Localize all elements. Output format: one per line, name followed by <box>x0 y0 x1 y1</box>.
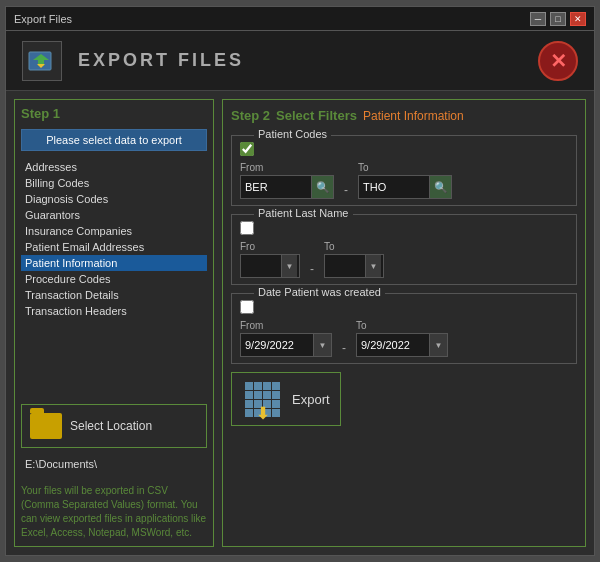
patient-codes-to-input[interactable] <box>359 178 429 196</box>
patient-codes-to-col: To 🔍 <box>358 162 452 199</box>
grid-cell <box>245 400 253 408</box>
grid-cell <box>245 391 253 399</box>
select-location-label: Select Location <box>70 419 152 433</box>
list-item-procedure-codes[interactable]: Procedure Codes <box>21 271 207 287</box>
date-patient-created-filter: Date Patient was created From ▼ - To <box>231 293 577 364</box>
main-content: Step 1 Please select data to export Addr… <box>6 91 594 555</box>
step2-subtitle: Patient Information <box>363 109 464 123</box>
header-close-button[interactable]: ✕ <box>538 41 578 81</box>
title-bar: Export Files ─ □ ✕ <box>6 7 594 31</box>
filter-separator-2: - <box>310 262 314 278</box>
patient-codes-from-search-button[interactable]: 🔍 <box>311 176 333 198</box>
header-icon <box>22 41 62 81</box>
patient-codes-to-input-group: 🔍 <box>358 175 452 199</box>
title-close-button[interactable]: ✕ <box>570 12 586 26</box>
date-to-input-group: ▼ <box>356 333 448 357</box>
grid-cell <box>263 382 271 390</box>
date-to-col: To ▼ <box>356 320 448 357</box>
folder-icon <box>30 413 62 439</box>
patient-last-name-checkbox[interactable] <box>240 221 254 235</box>
date-to-arrow[interactable]: ▼ <box>429 334 447 356</box>
patient-codes-row: From 🔍 - To 🔍 <box>240 162 568 199</box>
patient-last-name-from-arrow[interactable]: ▼ <box>281 255 297 277</box>
patient-last-name-to-col: To ▼ <box>324 241 384 278</box>
patient-codes-header <box>240 142 568 156</box>
patient-last-name-from-col: Fro ▼ <box>240 241 300 278</box>
filter-separator-1: - <box>344 183 348 199</box>
maximize-button[interactable]: □ <box>550 12 566 26</box>
patient-last-name-row: Fro ▼ - To ▼ <box>240 241 568 278</box>
list-item-billing-codes[interactable]: Billing Codes <box>21 175 207 191</box>
date-to-label: To <box>356 320 448 331</box>
patient-codes-to-label: To <box>358 162 452 173</box>
list-item-guarantors[interactable]: Guarantors <box>21 207 207 223</box>
patient-last-name-header <box>240 221 568 235</box>
date-patient-created-checkbox[interactable] <box>240 300 254 314</box>
date-from-input-group: ▼ <box>240 333 332 357</box>
date-patient-created-row: From ▼ - To ▼ <box>240 320 568 357</box>
step1-panel: Step 1 Please select data to export Addr… <box>14 99 214 547</box>
patient-codes-from-label: From <box>240 162 334 173</box>
list-item-transaction-headers[interactable]: Transaction Headers <box>21 303 207 319</box>
minimize-button[interactable]: ─ <box>530 12 546 26</box>
step2-header: Step 2 Select Filters Patient Informatio… <box>231 108 577 123</box>
date-from-input[interactable] <box>241 336 313 354</box>
list-item-diagnosis-codes[interactable]: Diagnosis Codes <box>21 191 207 207</box>
select-data-button[interactable]: Please select data to export <box>21 129 207 151</box>
export-label: Export <box>292 392 330 407</box>
header: EXPORT FILES ✕ <box>6 31 594 91</box>
grid-cell <box>245 382 253 390</box>
patient-codes-checkbox[interactable] <box>240 142 254 156</box>
grid-cell <box>254 382 262 390</box>
step1-label: Step 1 <box>21 106 207 121</box>
grid-cell <box>263 391 271 399</box>
grid-cell <box>272 382 280 390</box>
data-list: Addresses Billing Codes Diagnosis Codes … <box>21 159 207 392</box>
date-from-col: From ▼ <box>240 320 332 357</box>
step2-label: Step 2 <box>231 108 270 123</box>
list-item-transaction-details[interactable]: Transaction Details <box>21 287 207 303</box>
patient-codes-label: Patient Codes <box>254 128 331 140</box>
patient-last-name-from-input[interactable] <box>241 257 281 275</box>
filter-separator-3: - <box>342 341 346 357</box>
patient-last-name-label: Patient Last Name <box>254 207 353 219</box>
header-title: EXPORT FILES <box>78 50 244 71</box>
title-bar-text: Export Files <box>14 13 72 25</box>
patient-last-name-from-dropdown[interactable]: ▼ <box>240 254 300 278</box>
patient-codes-from-input-group: 🔍 <box>240 175 334 199</box>
list-item-patient-information[interactable]: Patient Information <box>21 255 207 271</box>
patient-codes-filter: Patient Codes From 🔍 - To <box>231 135 577 206</box>
date-patient-created-label: Date Patient was created <box>254 286 385 298</box>
patient-last-name-to-arrow[interactable]: ▼ <box>365 255 381 277</box>
patient-last-name-to-input[interactable] <box>325 257 365 275</box>
info-text: Your files will be exported in CSV (Comm… <box>21 484 207 540</box>
select-filters-label: Select Filters <box>276 108 357 123</box>
date-patient-created-header <box>240 300 568 314</box>
title-bar-controls: ─ □ ✕ <box>530 12 586 26</box>
select-location-button[interactable]: Select Location <box>21 404 207 448</box>
grid-cell <box>272 409 280 417</box>
grid-cell <box>245 409 253 417</box>
main-window: Export Files ─ □ ✕ EXPORT FILES ✕ Step 1… <box>5 6 595 556</box>
grid-cell <box>272 400 280 408</box>
export-down-arrow: ⬇ <box>256 404 269 423</box>
date-from-arrow[interactable]: ▼ <box>313 334 331 356</box>
list-item-insurance-companies[interactable]: Insurance Companies <box>21 223 207 239</box>
patient-last-name-to-label: To <box>324 241 384 252</box>
patient-last-name-filter: Patient Last Name Fro ▼ - To <box>231 214 577 285</box>
list-item-addresses[interactable]: Addresses <box>21 159 207 175</box>
grid-cell <box>254 391 262 399</box>
patient-last-name-from-label: Fro <box>240 241 300 252</box>
patient-codes-to-search-button[interactable]: 🔍 <box>429 176 451 198</box>
export-path: E:\Documents\ <box>21 456 207 472</box>
step2-panel: Step 2 Select Filters Patient Informatio… <box>222 99 586 547</box>
grid-cell <box>272 391 280 399</box>
export-button[interactable]: ⬇ Export <box>231 372 341 426</box>
patient-codes-from-col: From 🔍 <box>240 162 334 199</box>
patient-last-name-to-dropdown[interactable]: ▼ <box>324 254 384 278</box>
date-from-label: From <box>240 320 332 331</box>
export-icon: ⬇ <box>242 379 282 419</box>
date-to-input[interactable] <box>357 336 429 354</box>
list-item-patient-email-addresses[interactable]: Patient Email Addresses <box>21 239 207 255</box>
patient-codes-from-input[interactable] <box>241 178 311 196</box>
